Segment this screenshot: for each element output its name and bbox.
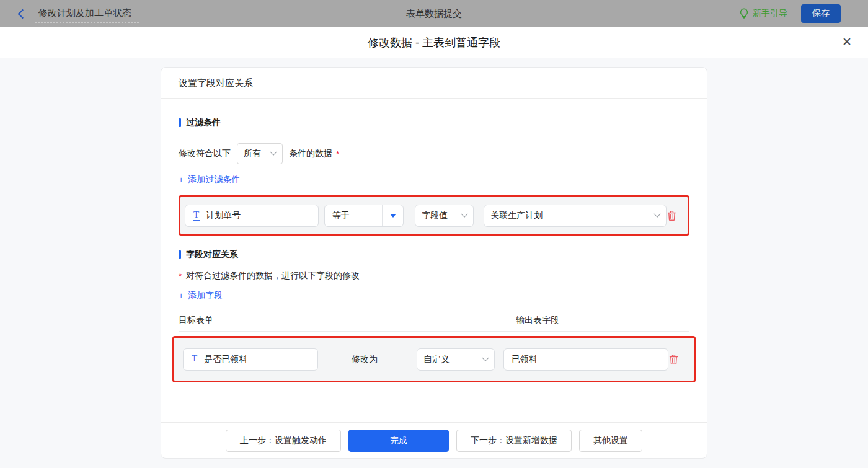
lightbulb-icon: [739, 8, 749, 19]
flow-title[interactable]: 修改计划及加工单状态: [35, 5, 139, 23]
close-icon[interactable]: ✕: [842, 36, 852, 48]
other-settings-button[interactable]: 其他设置: [579, 430, 642, 452]
section-bar-icon: [179, 250, 181, 259]
required-asterisk: *: [336, 149, 339, 159]
back-chevron-icon: [17, 9, 27, 19]
text-field-icon: T: [191, 354, 198, 364]
filter-field-input[interactable]: T 计划单号: [185, 205, 319, 227]
done-button[interactable]: 完成: [348, 430, 449, 452]
plus-icon: +: [179, 175, 184, 185]
value-type-select[interactable]: 字段值: [415, 205, 474, 227]
output-field-column-label: 输出表字段: [516, 315, 559, 326]
settings-card: 设置字段对应关系 过滤条件 修改符合以下 所有 条件的数据 * + 添加过滤条件: [161, 67, 707, 459]
modal-title: 修改数据 - 主表到普通字段: [368, 35, 500, 50]
add-filter-condition-link[interactable]: + 添加过滤条件: [179, 174, 240, 185]
trash-icon: [668, 354, 679, 365]
filter-section-title: 过滤条件: [179, 117, 689, 128]
plus-icon: +: [179, 291, 184, 301]
chevron-down-icon: [482, 354, 489, 361]
mapping-section-title: 字段对应关系: [179, 249, 689, 260]
operator-select[interactable]: 等于: [324, 205, 404, 227]
chevron-down-icon: [653, 210, 660, 217]
modal-body: 设置字段对应关系 过滤条件 修改符合以下 所有 条件的数据 * + 添加过滤条件: [0, 58, 868, 468]
next-step-button[interactable]: 下一步：设置新增数据: [456, 430, 572, 452]
card-content: 过滤条件 修改符合以下 所有 条件的数据 * + 添加过滤条件 T 计划单号: [161, 99, 707, 422]
beginner-guide-link[interactable]: 新手引导: [739, 8, 787, 19]
match-prefix-label: 修改符合以下: [179, 148, 231, 159]
match-condition-row: 修改符合以下 所有 条件的数据 *: [179, 143, 689, 164]
top-toolbar: 修改计划及加工单状态 表单数据提交 新手引导 保存: [0, 0, 868, 27]
back-button[interactable]: [12, 5, 30, 22]
modal-header: 修改数据 - 主表到普通字段 ✕: [0, 27, 868, 58]
trash-icon: [666, 210, 677, 221]
mapping-description: * 对符合过滤条件的数据，进行以下字段的修改: [179, 270, 689, 281]
card-footer: 上一步：设置触发动作 完成 下一步：设置新增数据 其他设置: [161, 422, 707, 458]
add-field-link[interactable]: + 添加字段: [179, 290, 223, 301]
delete-condition-button[interactable]: [666, 210, 677, 221]
prev-step-button[interactable]: 上一步：设置触发动作: [226, 430, 341, 452]
field-mapping-row: T 是否已领料 修改为 自定义 已领料: [172, 336, 696, 382]
operator-dropdown-button[interactable]: [382, 205, 403, 226]
target-field-input[interactable]: T 是否已领料: [183, 348, 318, 371]
required-asterisk: *: [179, 272, 182, 281]
beginner-guide-label: 新手引导: [753, 8, 787, 19]
match-mode-select[interactable]: 所有: [237, 143, 283, 164]
value-type-select[interactable]: 自定义: [417, 348, 495, 371]
chevron-down-icon: [270, 149, 277, 156]
divider: [179, 331, 689, 332]
custom-value-input[interactable]: 已领料: [503, 348, 668, 371]
save-button[interactable]: 保存: [801, 4, 841, 23]
modify-to-label: 修改为: [352, 354, 378, 365]
card-title: 设置字段对应关系: [161, 68, 707, 99]
section-bar-icon: [179, 118, 181, 127]
filter-condition-row: T 计划单号 等于 字段值 关联生产计划: [179, 195, 689, 236]
chevron-down-icon: [461, 210, 468, 217]
triangle-down-icon: [390, 214, 396, 218]
target-form-column-label: 目标表单: [179, 315, 213, 325]
text-field-icon: T: [193, 210, 200, 221]
column-headers: 目标表单 输出表字段: [179, 315, 689, 326]
delete-field-button[interactable]: [668, 354, 679, 365]
match-suffix-label: 条件的数据: [289, 148, 332, 159]
value-select[interactable]: 关联生产计划: [484, 205, 666, 227]
